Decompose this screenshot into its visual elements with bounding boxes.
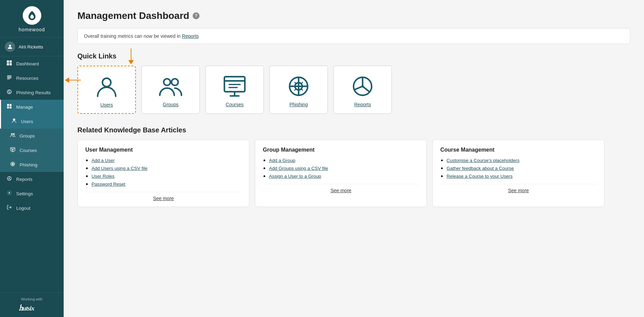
sidebar-item-label-courses: Courses (20, 148, 37, 153)
sidebar-item-label-settings: Settings (16, 191, 33, 196)
avatar (5, 42, 15, 52)
kb-card-course-management: Course Management Customise a Course's p… (432, 140, 604, 207)
svg-point-29 (103, 78, 111, 87)
sidebar-item-phishing[interactable]: Phishing (0, 157, 64, 172)
quick-links-title: Quick Links (77, 52, 630, 60)
phishing-quick-link-icon (287, 74, 311, 98)
sidebar-item-dashboard[interactable]: Dashboard (0, 56, 64, 71)
quick-link-reports-label: Reports (354, 102, 371, 107)
phishing-icon (9, 161, 16, 168)
user-name: Alrii Ricketts (19, 44, 43, 50)
sidebar-item-courses[interactable]: Courses (0, 143, 64, 157)
groups-quick-link-icon (159, 74, 183, 98)
svg-rect-3 (7, 63, 9, 65)
logout-icon (6, 205, 13, 211)
quick-link-users[interactable]: Users (77, 66, 136, 114)
resources-icon (6, 75, 13, 81)
svg-point-14 (11, 133, 13, 135)
sidebar-item-users[interactable]: Users (0, 114, 64, 129)
kb-see-more-users[interactable]: See more (85, 192, 242, 201)
svg-rect-5 (7, 75, 12, 76)
kb-link-course-feedback[interactable]: Gather feedback about a Course (447, 166, 514, 171)
sidebar-item-groups[interactable]: Groups (0, 129, 64, 143)
kb-section-title: Related Knowledge Base Articles (77, 126, 630, 134)
kb-link-add-user[interactable]: Add a User (92, 158, 115, 163)
quick-link-courses[interactable]: Courses (205, 66, 264, 114)
kb-link-user-roles[interactable]: User Roles (92, 174, 115, 179)
quick-link-users-label: Users (100, 102, 113, 108)
sidebar-nav: Dashboard Resources Phishing Results Man… (0, 56, 64, 293)
reports-quick-link-icon (351, 74, 375, 98)
svg-rect-19 (12, 150, 13, 150)
sidebar-item-manage[interactable]: Manage (0, 100, 64, 114)
page-header: Management Dashboard ? (77, 10, 630, 21)
kb-grid: User Management Add a User Add Users usi… (77, 140, 630, 207)
sidebar-item-label-reports: Reports (16, 177, 32, 182)
working-with-label: Working with (5, 297, 59, 301)
svg-rect-2 (10, 61, 12, 63)
sidebar-item-label-manage: Manage (16, 105, 33, 110)
sidebar-logo: homewood (0, 0, 64, 37)
kb-card-group-title: Group Management (263, 147, 419, 153)
svg-rect-9 (7, 104, 9, 106)
user-quick-link-icon (95, 75, 119, 99)
manage-icon (6, 103, 13, 110)
kb-link-password-reset[interactable]: Password Reset (92, 182, 125, 187)
logo-icon (23, 6, 41, 25)
sidebar-bottom: Working with ḣutsix (0, 293, 64, 317)
sidebar-item-settings[interactable]: Settings (0, 186, 64, 201)
sidebar-item-logout[interactable]: Logout (0, 201, 64, 215)
kb-see-more-groups[interactable]: See more (263, 184, 419, 193)
svg-rect-4 (10, 63, 12, 65)
kb-see-more-courses[interactable]: See more (440, 184, 597, 193)
settings-icon (6, 190, 13, 197)
svg-rect-8 (7, 79, 10, 79)
kb-link-release-course[interactable]: Release a Course to your Users (447, 174, 513, 179)
quick-links-grid: Users Groups Courses (77, 66, 630, 114)
svg-line-44 (294, 89, 296, 90)
help-icon[interactable]: ? (193, 12, 200, 19)
sidebar-item-label-phishing: Phishing (20, 162, 37, 167)
users-icon (11, 118, 18, 125)
quick-link-reports[interactable]: Reports (333, 66, 392, 114)
kb-card-user-links: Add a User Add Users using a CSV file Us… (85, 157, 242, 187)
info-banner-text: Overall training metrics can now be view… (84, 33, 182, 39)
reports-icon (6, 176, 13, 183)
courses-icon (9, 147, 16, 154)
kb-link-add-groups-csv[interactable]: Add Groups using a CSV file (269, 166, 328, 171)
logo-text: homewood (19, 27, 45, 32)
sidebar-item-label-dashboard: Dashboard (16, 61, 39, 66)
kb-link-assign-user-group[interactable]: Assign a User to a Group (269, 174, 321, 179)
sidebar-user[interactable]: Alrii Ricketts (0, 37, 64, 56)
svg-point-27 (9, 192, 10, 194)
svg-rect-7 (7, 78, 12, 78)
kb-link-course-placeholders[interactable]: Customise a Course's placeholders (447, 158, 519, 163)
svg-rect-18 (12, 149, 14, 150)
info-banner: Overall training metrics can now be view… (77, 28, 630, 44)
sidebar-item-label-phishing-results: Phishing Results (16, 90, 51, 95)
kb-card-course-title: Course Management (440, 147, 597, 153)
sidebar-item-reports[interactable]: Reports (0, 172, 64, 186)
quick-link-phishing[interactable]: Phishing (269, 66, 328, 114)
kb-link-add-group[interactable]: Add a Group (269, 158, 296, 163)
reports-link[interactable]: Reports (182, 33, 199, 39)
svg-point-15 (13, 133, 15, 135)
svg-point-30 (164, 79, 170, 85)
sidebar-item-label-groups: Groups (20, 133, 35, 139)
courses-quick-link-icon (223, 74, 247, 98)
sidebar-item-phishing-results[interactable]: Phishing Results (0, 85, 64, 100)
quick-link-phishing-label: Phishing (289, 102, 308, 107)
kb-card-user-management: User Management Add a User Add Users usi… (77, 140, 249, 207)
page-title: Management Dashboard (77, 10, 189, 21)
kb-card-user-title: User Management (85, 147, 242, 153)
quick-link-groups-label: Groups (163, 102, 179, 107)
svg-rect-12 (10, 107, 12, 109)
svg-line-43 (301, 82, 303, 84)
sidebar: homewood Alrii Ricketts Dashboard Resour… (0, 0, 64, 317)
dashboard-icon (6, 60, 13, 67)
svg-rect-10 (10, 104, 12, 106)
kb-card-course-links: Customise a Course's placeholders Gather… (440, 157, 597, 179)
sidebar-item-resources[interactable]: Resources (0, 71, 64, 85)
quick-link-groups[interactable]: Groups (141, 66, 200, 114)
kb-link-add-users-csv[interactable]: Add Users using a CSV file (92, 166, 148, 171)
